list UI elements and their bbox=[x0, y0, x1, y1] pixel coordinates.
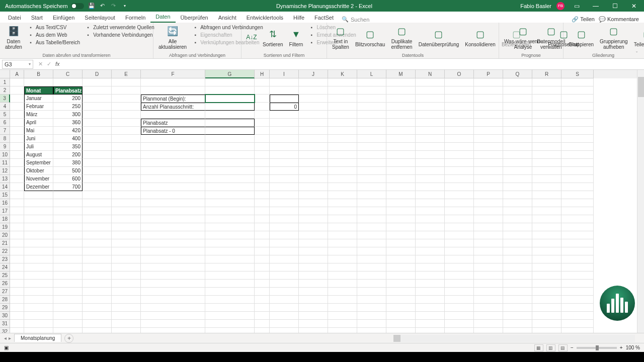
zoom-out-button[interactable]: − bbox=[571, 345, 574, 350]
cell[interactable]: 0 bbox=[270, 103, 299, 111]
cell[interactable] bbox=[416, 223, 445, 231]
cell[interactable] bbox=[532, 127, 561, 135]
cell[interactable] bbox=[205, 199, 255, 207]
row-header[interactable]: 28 bbox=[0, 296, 10, 304]
cell[interactable] bbox=[357, 175, 386, 183]
cell[interactable] bbox=[83, 175, 112, 183]
cell[interactable] bbox=[328, 223, 357, 231]
cell[interactable] bbox=[328, 103, 357, 111]
cell[interactable] bbox=[141, 231, 205, 239]
cell[interactable] bbox=[141, 167, 205, 175]
cell[interactable] bbox=[474, 231, 503, 239]
cell[interactable] bbox=[141, 328, 205, 333]
cell[interactable] bbox=[357, 312, 386, 320]
cell[interactable] bbox=[445, 111, 474, 119]
cell[interactable] bbox=[24, 304, 53, 312]
cell[interactable] bbox=[328, 239, 357, 247]
cell[interactable] bbox=[474, 191, 503, 199]
cell[interactable] bbox=[255, 328, 270, 333]
cell[interactable] bbox=[270, 151, 299, 159]
cell[interactable] bbox=[112, 151, 141, 159]
cell[interactable] bbox=[205, 312, 255, 320]
cell[interactable] bbox=[205, 175, 255, 183]
cell[interactable] bbox=[270, 247, 299, 255]
ribbon-tab-daten[interactable]: Daten bbox=[150, 12, 175, 23]
cell[interactable] bbox=[445, 280, 474, 288]
row-header[interactable]: 5 bbox=[0, 111, 10, 119]
sort-button[interactable]: ⇅ Sortieren bbox=[261, 24, 285, 52]
cell[interactable] bbox=[532, 263, 561, 272]
cell[interactable] bbox=[386, 143, 416, 151]
cell[interactable] bbox=[205, 272, 255, 280]
cell[interactable] bbox=[445, 143, 474, 151]
cell[interactable] bbox=[112, 207, 141, 215]
cell[interactable] bbox=[445, 191, 474, 199]
cell[interactable] bbox=[503, 215, 532, 223]
cell[interactable] bbox=[445, 167, 474, 175]
cell[interactable] bbox=[299, 223, 328, 231]
ribbon-item[interactable]: ▪Aus Text/CSV bbox=[26, 24, 82, 31]
cell[interactable] bbox=[255, 159, 270, 167]
cell[interactable] bbox=[53, 207, 83, 215]
cell[interactable] bbox=[532, 95, 561, 103]
ribbon-item[interactable]: ▪Zuletzt verwendete Quellen bbox=[84, 24, 156, 31]
cell[interactable]: Planabsatz - 0 bbox=[141, 127, 205, 135]
cell[interactable] bbox=[10, 159, 24, 167]
cell[interactable] bbox=[416, 111, 445, 119]
cell[interactable]: Januar bbox=[24, 95, 53, 103]
row-header[interactable]: 19 bbox=[0, 223, 10, 231]
cell[interactable] bbox=[205, 86, 255, 95]
cell[interactable] bbox=[474, 320, 503, 328]
cell[interactable] bbox=[83, 239, 112, 247]
scroll-thumb[interactable] bbox=[638, 77, 644, 97]
cell[interactable] bbox=[328, 207, 357, 215]
cell[interactable] bbox=[386, 263, 416, 272]
cell[interactable] bbox=[328, 280, 357, 288]
cell[interactable] bbox=[270, 272, 299, 280]
cell[interactable] bbox=[205, 135, 255, 143]
cell[interactable] bbox=[328, 247, 357, 255]
cell[interactable] bbox=[299, 263, 328, 272]
cell[interactable] bbox=[24, 263, 53, 272]
cell[interactable] bbox=[299, 159, 328, 167]
cell[interactable] bbox=[299, 183, 328, 191]
add-sheet-button[interactable]: + bbox=[64, 334, 73, 343]
column-header[interactable]: K bbox=[328, 70, 357, 78]
select-all-corner[interactable] bbox=[0, 70, 10, 78]
cell[interactable] bbox=[299, 312, 328, 320]
cell[interactable] bbox=[386, 255, 416, 263]
cell[interactable] bbox=[416, 143, 445, 151]
column-header[interactable]: B bbox=[24, 70, 53, 78]
row-header[interactable]: 29 bbox=[0, 304, 10, 312]
cell[interactable] bbox=[386, 272, 416, 280]
cell[interactable] bbox=[270, 255, 299, 263]
cell[interactable] bbox=[53, 296, 83, 304]
minimize-icon[interactable]: — bbox=[589, 0, 603, 12]
cell[interactable] bbox=[357, 215, 386, 223]
cell[interactable] bbox=[10, 103, 24, 111]
cell[interactable] bbox=[561, 304, 594, 312]
cell[interactable] bbox=[83, 247, 112, 255]
cell[interactable] bbox=[503, 151, 532, 159]
cell[interactable] bbox=[141, 86, 205, 95]
cell[interactable] bbox=[386, 103, 416, 111]
cell[interactable] bbox=[474, 103, 503, 111]
cell[interactable] bbox=[503, 312, 532, 320]
cell[interactable] bbox=[532, 167, 561, 175]
record-macro-icon[interactable]: ▣ bbox=[4, 345, 9, 350]
cell[interactable] bbox=[112, 111, 141, 119]
cell[interactable] bbox=[83, 207, 112, 215]
cell[interactable] bbox=[357, 95, 386, 103]
cell[interactable] bbox=[445, 199, 474, 207]
cell[interactable] bbox=[299, 247, 328, 255]
cell[interactable] bbox=[445, 207, 474, 215]
cell[interactable] bbox=[532, 199, 561, 207]
cell[interactable] bbox=[10, 328, 24, 333]
ribbon-button[interactable]: ▢Blitzvorschau bbox=[353, 24, 387, 52]
cell[interactable] bbox=[83, 95, 112, 103]
cell[interactable] bbox=[83, 255, 112, 263]
cell[interactable] bbox=[205, 191, 255, 199]
cell[interactable]: 500 bbox=[53, 167, 83, 175]
cell[interactable] bbox=[299, 111, 328, 119]
cell[interactable] bbox=[10, 191, 24, 199]
